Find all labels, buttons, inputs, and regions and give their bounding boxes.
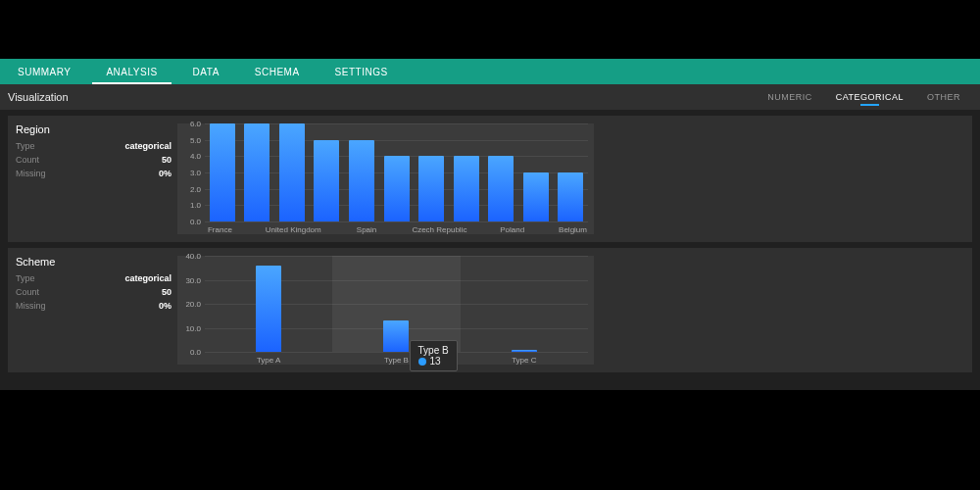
nav-tab-summary[interactable]: SUMMARY <box>0 59 88 84</box>
x-tick: Type A <box>205 356 332 365</box>
bar[interactable] <box>314 140 339 221</box>
panel-meta: RegionTypecategoricalCount50Missing0% <box>16 123 177 180</box>
x-tick <box>466 225 497 234</box>
main-nav: SUMMARYANALYSISDATASCHEMASETTINGS <box>0 59 980 84</box>
filter-numeric[interactable]: NUMERIC <box>756 92 824 102</box>
bar-slot[interactable] <box>205 256 332 352</box>
x-tick: Poland <box>497 225 527 234</box>
x-tick <box>321 225 352 234</box>
y-tick: 0.0 <box>179 348 201 357</box>
x-tick: United Kingdom <box>266 225 321 234</box>
bar-slot[interactable] <box>461 256 588 352</box>
bar[interactable] <box>523 172 549 221</box>
bar[interactable] <box>384 156 410 221</box>
bar[interactable] <box>418 156 444 221</box>
bar-slot[interactable] <box>379 123 415 221</box>
y-tick: 1.0 <box>179 201 201 210</box>
y-tick: 5.0 <box>179 135 201 144</box>
filter-categorical[interactable]: CATEGORICAL <box>824 92 915 102</box>
meta-row: Count50 <box>16 285 172 299</box>
bar-slot[interactable] <box>449 123 484 221</box>
x-tick: Type B <box>332 356 460 365</box>
bar[interactable] <box>210 123 235 221</box>
bar[interactable] <box>558 172 583 221</box>
bar[interactable] <box>512 350 537 352</box>
x-tick <box>381 225 412 234</box>
bar-slot[interactable] <box>205 123 240 221</box>
x-tick <box>235 225 266 234</box>
field-title: Scheme <box>16 256 172 268</box>
bar[interactable] <box>279 123 305 221</box>
y-tick: 4.0 <box>179 152 201 161</box>
x-tick: Type C <box>461 356 588 365</box>
meta-row: Typecategorical <box>16 139 172 153</box>
y-tick: 2.0 <box>179 184 201 193</box>
y-tick: 6.0 <box>179 120 201 128</box>
y-tick: 0.0 <box>179 218 201 226</box>
bar[interactable] <box>349 140 374 221</box>
x-tick: Belgium <box>558 225 588 234</box>
meta-row: Missing0% <box>16 299 172 313</box>
nav-tab-data[interactable]: DATA <box>175 59 237 84</box>
filter-other[interactable]: OTHER <box>915 92 972 102</box>
bar-slot[interactable] <box>553 123 588 221</box>
bar-slot[interactable] <box>310 123 345 221</box>
bar-slot[interactable] <box>274 123 310 221</box>
nav-tab-analysis[interactable]: ANALYSIS <box>88 59 174 84</box>
nav-tab-schema[interactable]: SCHEMA <box>237 59 318 84</box>
bar[interactable] <box>488 156 514 221</box>
chart[interactable]: 0.01.02.03.04.05.06.0France United Kingd… <box>177 123 594 234</box>
bar-slot[interactable] <box>240 123 275 221</box>
bar-slot[interactable] <box>414 123 449 221</box>
bar[interactable] <box>256 266 281 352</box>
bar-slot[interactable] <box>344 123 379 221</box>
bar[interactable] <box>383 320 409 352</box>
viz-filter-group: NUMERICCATEGORICALOTHER <box>756 92 972 102</box>
panel-meta: SchemeTypecategoricalCount50Missing0% <box>16 256 177 313</box>
panel-title: Visualization <box>8 91 69 103</box>
y-tick: 20.0 <box>179 300 201 309</box>
x-tick: France <box>205 225 235 234</box>
y-tick: 10.0 <box>179 323 201 332</box>
x-tick <box>527 225 558 234</box>
x-tick: Czech Republic <box>412 225 466 234</box>
panels-container: RegionTypecategoricalCount50Missing0%0.0… <box>0 110 980 390</box>
bar[interactable] <box>244 123 270 221</box>
y-tick: 3.0 <box>179 169 201 177</box>
meta-row: Typecategorical <box>16 271 172 285</box>
viz-panel: RegionTypecategoricalCount50Missing0%0.0… <box>8 116 972 242</box>
y-tick: 30.0 <box>179 275 201 284</box>
chart[interactable]: 0.010.020.030.040.0Type B13Type AType BT… <box>177 256 594 365</box>
bar-slot[interactable] <box>332 256 460 352</box>
meta-row: Missing0% <box>16 167 172 180</box>
nav-tab-settings[interactable]: SETTINGS <box>318 59 406 84</box>
bar-slot[interactable] <box>483 123 518 221</box>
viz-panel: SchemeTypecategoricalCount50Missing0%0.0… <box>8 248 972 372</box>
bar-slot[interactable] <box>518 123 554 221</box>
meta-row: Count50 <box>16 153 172 167</box>
field-title: Region <box>16 123 172 135</box>
bar[interactable] <box>454 156 479 221</box>
x-tick: Spain <box>352 225 382 234</box>
y-tick: 40.0 <box>179 252 201 261</box>
panel-header: Visualization NUMERICCATEGORICALOTHER <box>0 84 980 110</box>
